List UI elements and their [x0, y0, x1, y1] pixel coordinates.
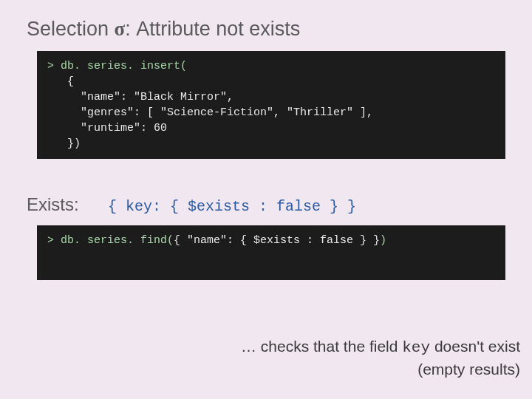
- footer-l1a: … checks that the field: [241, 338, 402, 355]
- footer-l1b: doesn't exist: [430, 338, 520, 355]
- exists-row: Exists: { key: { $exists : false } }: [27, 194, 532, 215]
- prompt-1: >: [47, 60, 54, 72]
- insert-command: db. series. insert(: [54, 60, 187, 72]
- footer-line-1: … checks that the field key doesn't exis…: [241, 336, 520, 358]
- exists-label: Exists:: [27, 194, 108, 215]
- find-close: ): [380, 234, 386, 247]
- slide-title: Selection σ: Attribute not exists: [0, 0, 532, 41]
- insert-body: { "name": "Black Mirror", "genres": [ "S…: [47, 75, 373, 150]
- title-pre: Selection: [27, 18, 115, 40]
- sigma-symbol: σ: [115, 18, 126, 40]
- code-block-find: > db. series. find({ "name": { $exists :…: [37, 225, 505, 280]
- exists-expression: { key: { $exists : false } }: [108, 198, 356, 215]
- code-block-insert: > db. series. insert( { "name": "Black M…: [37, 51, 505, 159]
- footer-key: key: [402, 339, 430, 356]
- title-post: : Attribute not exists: [125, 18, 300, 40]
- footer-text: … checks that the field key doesn't exis…: [241, 336, 520, 380]
- find-command: db. series. find(: [54, 234, 174, 247]
- footer-line-2: (empty results): [241, 359, 520, 380]
- prompt-2: >: [47, 234, 54, 247]
- find-arg: { "name": { $exists : false } }: [174, 234, 380, 247]
